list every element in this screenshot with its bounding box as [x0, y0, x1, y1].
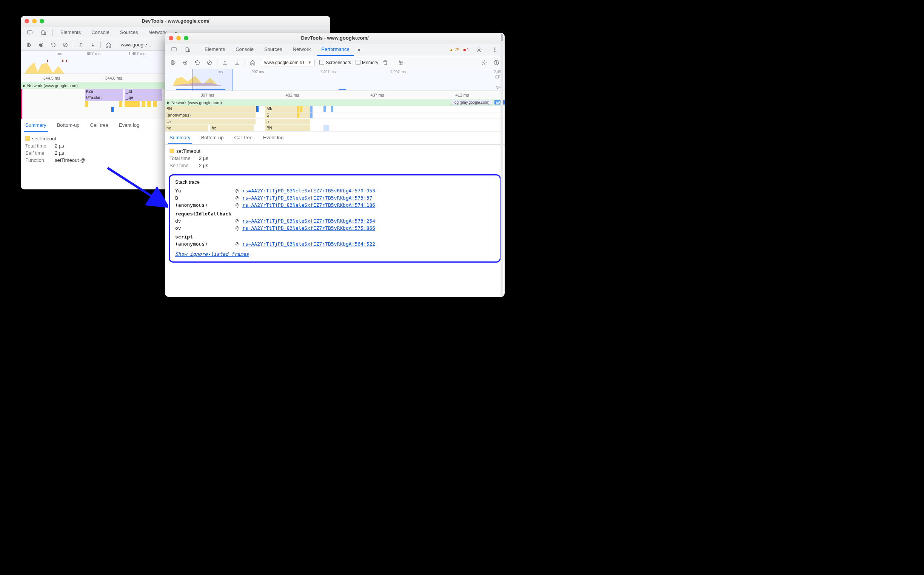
- stack-frame: (anonymous) @ rs=AA2YrTtTjPD_83NeleSxfEZ…: [175, 202, 495, 208]
- expand-icon[interactable]: ▶: [23, 84, 25, 87]
- detail-tab-bottomup[interactable]: Bottom-up: [200, 132, 225, 144]
- tab-console[interactable]: Console: [87, 26, 114, 39]
- flame-chart-front[interactable]: BN Mk (anonymous) S Uk h hz hz BN: [165, 106, 505, 132]
- tab-performance[interactable]: Performance: [316, 43, 354, 56]
- shortcuts-icon[interactable]: [397, 59, 405, 67]
- flame-block[interactable]: [124, 101, 140, 107]
- detail-tab-summary[interactable]: Summary: [168, 132, 192, 144]
- flame-block[interactable]: [297, 113, 299, 118]
- flame-block[interactable]: [147, 101, 151, 107]
- reload-icon[interactable]: [193, 59, 202, 67]
- detail-tab-bottomup[interactable]: Bottom-up: [56, 119, 81, 132]
- home-icon[interactable]: [104, 41, 113, 49]
- device-icon[interactable]: [39, 29, 48, 37]
- source-link[interactable]: rs=AA2YrTtTjPD_83NeleSxfEZ7rTB5vRKbgA:57…: [242, 202, 375, 208]
- tab-elements[interactable]: Elements: [200, 43, 229, 56]
- flame-block[interactable]: [142, 101, 145, 107]
- device-icon[interactable]: [183, 46, 192, 54]
- svg-point-23: [184, 62, 186, 64]
- gear-icon[interactable]: [480, 59, 488, 67]
- clear-icon[interactable]: [205, 59, 214, 67]
- flame-block[interactable]: [153, 101, 157, 107]
- flame-block[interactable]: h: [265, 119, 310, 124]
- download-icon[interactable]: [89, 41, 97, 49]
- flame-block[interactable]: _.qe: [124, 95, 162, 101]
- gc-icon[interactable]: [381, 59, 390, 67]
- flame-block[interactable]: [310, 113, 313, 118]
- tab-elements[interactable]: Elements: [56, 26, 85, 39]
- upload-icon[interactable]: [221, 59, 229, 67]
- tab-sources[interactable]: Sources: [116, 26, 143, 39]
- log-request[interactable]: log (play.google.com): [451, 100, 492, 105]
- selected-event-name: setTimeout: [176, 148, 200, 154]
- source-link[interactable]: rs=AA2YrTtTjPD_83NeleSxfEZ7rTB5vRKbgA:57…: [242, 218, 375, 224]
- close-icon[interactable]: [169, 36, 173, 40]
- detail-tab-eventlog[interactable]: Event log: [118, 119, 141, 132]
- detail-tab-calltree[interactable]: Call tree: [89, 119, 110, 132]
- recording-selector[interactable]: www.google.com #1 ▼: [261, 59, 315, 67]
- record-icon[interactable]: [169, 59, 177, 67]
- flame-block[interactable]: [300, 106, 302, 112]
- flame-block[interactable]: KZa: [85, 89, 122, 95]
- close-icon[interactable]: [24, 19, 29, 24]
- expand-icon[interactable]: ▶: [167, 101, 170, 105]
- flame-block[interactable]: [256, 106, 259, 112]
- warnings-badge[interactable]: ▲ 29: [449, 47, 460, 52]
- selection-region[interactable]: [192, 69, 233, 91]
- home-icon[interactable]: [248, 59, 257, 67]
- source-link[interactable]: rs=AA2YrTtTjPD_83NeleSxfEZ7rTB5vRKbgA:56…: [242, 241, 375, 247]
- flame-block[interactable]: Mk: [265, 106, 310, 112]
- minimize-icon[interactable]: [32, 19, 37, 24]
- inspect-icon[interactable]: [25, 29, 34, 37]
- detail-tab-calltree[interactable]: Call tree: [233, 132, 254, 144]
- flame-block[interactable]: [119, 101, 122, 107]
- flame-block[interactable]: Uk: [165, 119, 256, 124]
- flame-block[interactable]: UYa.start: [85, 95, 122, 101]
- tab-network[interactable]: Network: [288, 43, 316, 56]
- record-icon[interactable]: [25, 41, 33, 49]
- stack-frame: Yu @ rs=AA2YrTtTjPD_83NeleSxfEZ7rTB5vRKb…: [175, 188, 495, 194]
- detail-tab-eventlog[interactable]: Event log: [262, 132, 285, 144]
- flame-block[interactable]: BN: [265, 125, 310, 131]
- memory-checkbox[interactable]: Memory: [356, 60, 378, 65]
- detail-tab-summary[interactable]: Summary: [24, 119, 48, 132]
- zoom-icon[interactable]: [40, 19, 44, 24]
- errors-badge[interactable]: ■ 1: [463, 47, 469, 52]
- minimize-icon[interactable]: [176, 36, 181, 40]
- tab-sources[interactable]: Sources: [260, 43, 287, 56]
- upload-icon[interactable]: [76, 41, 85, 49]
- source-link[interactable]: rs=AA2YrTtTjPD_83NeleSxfEZ7rTB5vRKbgA:57…: [242, 188, 375, 194]
- record-circle-icon[interactable]: [37, 41, 45, 49]
- overview-timeline-front[interactable]: ms 997 ms 1,497 ms 1,997 ms 2,497 CPU NE…: [165, 69, 505, 91]
- flame-block[interactable]: BN: [165, 106, 256, 112]
- clear-icon[interactable]: [61, 41, 70, 49]
- flame-block[interactable]: _.Id: [124, 89, 162, 95]
- help-icon[interactable]: [492, 59, 501, 67]
- gear-icon[interactable]: [475, 46, 483, 54]
- flame-block[interactable]: [297, 106, 299, 112]
- flame-block[interactable]: hz: [210, 125, 254, 131]
- flame-block[interactable]: [310, 106, 313, 112]
- flame-block[interactable]: [323, 125, 329, 131]
- screenshots-checkbox[interactable]: Screenshots: [319, 60, 351, 65]
- flame-block[interactable]: hz: [165, 125, 208, 131]
- zoom-icon[interactable]: [184, 36, 188, 40]
- tabs-overflow-icon[interactable]: »: [358, 47, 361, 52]
- show-ignore-listed-link[interactable]: Show ignore-listed frames: [175, 251, 249, 257]
- scrollbar[interactable]: [501, 33, 503, 297]
- record-circle-icon[interactable]: [181, 59, 189, 67]
- inspect-icon[interactable]: [170, 46, 178, 54]
- flame-block[interactable]: [331, 106, 333, 112]
- source-link[interactable]: rs=AA2YrTtTjPD_83NeleSxfEZ7rTB5vRKbgA:57…: [242, 195, 372, 201]
- flame-block[interactable]: [85, 101, 88, 107]
- more-icon[interactable]: [491, 46, 499, 54]
- reload-icon[interactable]: [49, 41, 57, 49]
- flame-block[interactable]: [111, 107, 114, 112]
- tab-console[interactable]: Console: [231, 43, 258, 56]
- flame-block[interactable]: (anonymous): [165, 113, 256, 118]
- network-track-front[interactable]: ▶ Network (www.google.com) log (play.goo…: [165, 99, 505, 106]
- flame-block[interactable]: [323, 106, 326, 112]
- source-link[interactable]: rs=AA2YrTtTjPD_83NeleSxfEZ7rTB5vRKbgA:57…: [242, 225, 375, 231]
- flame-block[interactable]: S: [265, 113, 310, 118]
- download-icon[interactable]: [233, 59, 241, 67]
